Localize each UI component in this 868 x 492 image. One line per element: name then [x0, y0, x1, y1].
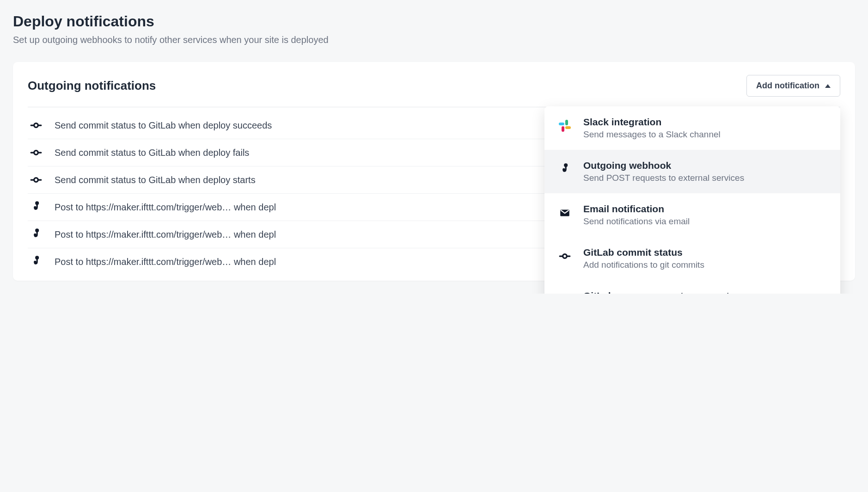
- notification-label: Send commit status to GitLab when deploy…: [55, 120, 272, 131]
- add-notification-dropdown: Slack integrationSend messages to a Slac…: [544, 106, 840, 294]
- dropdown-item-email[interactable]: Email notificationSend notifications via…: [544, 193, 840, 237]
- dropdown-item-title: GitLab commit status: [583, 247, 704, 258]
- notification-label: Post to https://maker.ifttt.com/trigger/…: [55, 202, 276, 213]
- commit-icon: [30, 119, 42, 131]
- commit-icon-wrap: [557, 249, 572, 264]
- email-icon: [559, 207, 571, 219]
- hook-icon: [30, 256, 42, 268]
- hook-icon: [30, 228, 42, 240]
- notification-label: Send commit status to GitLab when deploy…: [55, 175, 256, 185]
- chevron-up-icon: [825, 84, 831, 88]
- commit-icon: [559, 250, 571, 262]
- slack-icon: [559, 120, 571, 132]
- dropdown-item-slack[interactable]: Slack integrationSend messages to a Slac…: [544, 106, 840, 150]
- dropdown-item-desc: Send notifications via email: [583, 216, 690, 227]
- dropdown-item-title: Email notification: [583, 203, 690, 215]
- notification-label: Post to https://maker.ifttt.com/trigger/…: [55, 257, 276, 267]
- dropdown-item-desc: Add notifications to git commits: [583, 260, 704, 270]
- hook-icon: [30, 201, 42, 213]
- slack-icon-wrap: [557, 118, 572, 133]
- hook-icon-wrap: [28, 228, 44, 240]
- dropdown-item-desc: Send messages to a Slack channel: [583, 129, 721, 140]
- hook-icon-wrap: [28, 256, 44, 268]
- page-title: Deploy notifications: [13, 13, 855, 30]
- commit-icon-wrap: [28, 147, 44, 159]
- dropdown-text: Email notificationSend notifications via…: [583, 203, 690, 227]
- page-subtitle: Set up outgoing webhooks to notify other…: [13, 35, 855, 45]
- commit-icon: [30, 174, 42, 186]
- dropdown-text: Slack integrationSend messages to a Slac…: [583, 117, 721, 140]
- commit-icon: [30, 147, 42, 159]
- comment-icon-wrap: [557, 292, 572, 294]
- dropdown-text: GitLab merge request commentAdd deploy n…: [583, 290, 790, 294]
- dropdown-text: GitLab commit statusAdd notifications to…: [583, 247, 704, 270]
- notifications-card: Outgoing notifications Add notification …: [13, 62, 855, 281]
- card-header: Outgoing notifications Add notification: [28, 75, 840, 107]
- dropdown-text: Outgoing webhookSend POST requests to ex…: [583, 160, 744, 183]
- dropdown-item-title: Outgoing webhook: [583, 160, 744, 171]
- add-notification-button[interactable]: Add notification: [746, 75, 840, 97]
- notification-label: Post to https://maker.ifttt.com/trigger/…: [55, 229, 276, 240]
- add-notification-label: Add notification: [756, 81, 819, 91]
- commit-icon-wrap: [28, 119, 44, 131]
- email-icon-wrap: [557, 205, 572, 220]
- dropdown-item-desc: Send POST requests to external services: [583, 173, 744, 183]
- dropdown-item-hook[interactable]: Outgoing webhookSend POST requests to ex…: [544, 150, 840, 193]
- hook-icon: [559, 163, 571, 175]
- hook-icon-wrap: [557, 162, 572, 177]
- dropdown-item-title: GitLab merge request comment: [583, 290, 790, 294]
- commit-icon-wrap: [28, 174, 44, 186]
- dropdown-item-comment[interactable]: GitLab merge request commentAdd deploy n…: [544, 280, 840, 294]
- dropdown-item-commit[interactable]: GitLab commit statusAdd notifications to…: [544, 237, 840, 280]
- card-title: Outgoing notifications: [28, 79, 156, 93]
- dropdown-item-title: Slack integration: [583, 117, 721, 128]
- hook-icon-wrap: [28, 201, 44, 213]
- notification-label: Send commit status to GitLab when deploy…: [55, 148, 249, 158]
